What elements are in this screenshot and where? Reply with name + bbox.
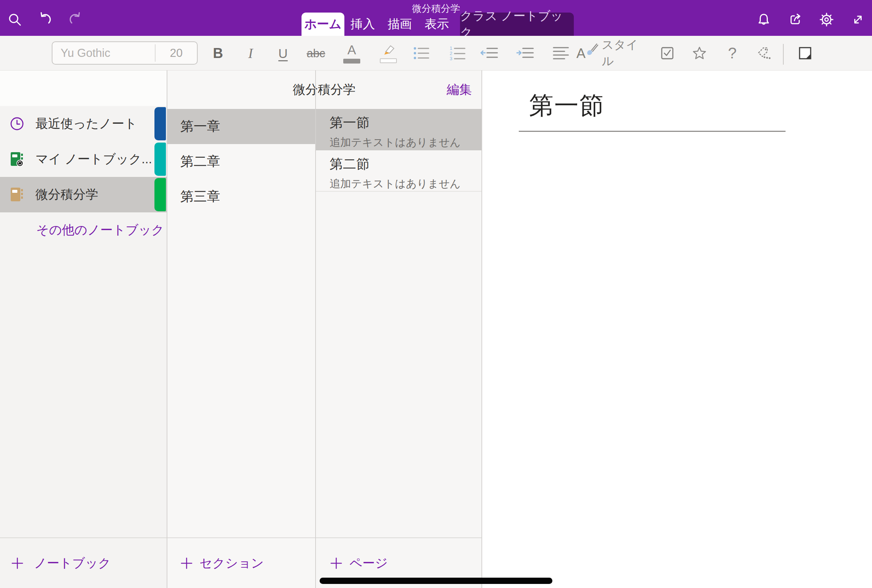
brush-icon	[585, 43, 598, 57]
page-title-underline	[519, 131, 785, 132]
styles-icon: A	[576, 44, 597, 63]
ribbon-tabs: ホーム 挿入 描画 表示 クラス ノートブック	[302, 12, 574, 36]
toolbar-divider	[783, 44, 784, 64]
home-indicator-bar[interactable]	[320, 578, 552, 584]
font-size-value[interactable]: 20	[156, 42, 197, 64]
svg-text:3: 3	[450, 56, 452, 61]
share-icon[interactable]	[787, 12, 803, 28]
more-tags-button[interactable]	[753, 38, 776, 68]
alignment-icon	[553, 46, 569, 60]
strikethrough-button[interactable]: abc	[304, 38, 328, 68]
expand-fullscreen-icon[interactable]	[850, 12, 866, 28]
bullet-list-icon	[413, 46, 430, 60]
notebook-color-tab-green	[155, 178, 166, 211]
svg-text:2: 2	[450, 51, 452, 56]
styles-button[interactable]: A スタイル	[576, 38, 649, 68]
edit-button[interactable]: 編集	[447, 81, 472, 98]
clock-icon	[9, 116, 25, 132]
settings-gear-icon[interactable]	[818, 12, 834, 28]
plus-icon	[330, 557, 342, 570]
sidebar-item-calculus[interactable]: 微分積分学	[0, 177, 167, 212]
undo-icon[interactable]	[37, 12, 53, 28]
add-section-button[interactable]: セクション	[167, 537, 315, 588]
page-corner-icon	[797, 45, 813, 61]
indent-icon	[516, 46, 535, 60]
section-item-chapter2[interactable]: 第二章	[167, 144, 315, 179]
format-pane-button[interactable]	[793, 38, 817, 68]
page-title[interactable]: 第一節	[529, 89, 605, 122]
notebook-icon	[9, 186, 25, 203]
sections-column: 第一章 第二章 第三章 セクション	[167, 70, 315, 588]
tab-draw[interactable]: 描画	[381, 12, 418, 36]
page-item-section2[interactable]: 第二節 追加テキストはありません	[315, 150, 482, 192]
search-icon[interactable]	[7, 12, 23, 28]
page-canvas[interactable]: 第一節	[482, 70, 872, 588]
notebook-color-tab-teal	[155, 142, 166, 176]
sidebar-item-more-notebooks[interactable]: その他のノートブック	[0, 212, 167, 248]
plus-icon	[180, 557, 193, 570]
section-item-chapter3[interactable]: 第三章	[167, 179, 315, 214]
font-picker[interactable]: Yu Gothic 20	[52, 41, 198, 64]
font-color-button[interactable]: A	[340, 38, 363, 68]
tab-view[interactable]: 表示	[418, 12, 455, 36]
outdent-button[interactable]	[478, 38, 501, 68]
notebook-color-tab-blue	[155, 107, 166, 140]
numbered-list-icon: 1 2 3	[449, 46, 466, 61]
sidebar-header-area	[0, 70, 167, 106]
star-icon	[691, 45, 708, 61]
notebook-name-heading: 微分積分学	[167, 81, 482, 98]
add-notebook-button[interactable]: ノートブック	[0, 537, 167, 588]
highlighter-button[interactable]	[377, 38, 400, 68]
topbar-left-actions	[7, 12, 84, 28]
bold-button[interactable]: B	[206, 38, 230, 68]
redo-icon[interactable]	[67, 12, 84, 28]
tab-insert[interactable]: 挿入	[344, 12, 381, 36]
bullet-list-button[interactable]	[410, 38, 434, 68]
tab-home[interactable]: ホーム	[302, 12, 344, 36]
notebook-sync-icon	[9, 151, 25, 167]
plus-icon	[11, 557, 24, 570]
section-item-chapter1[interactable]: 第一章	[167, 109, 315, 144]
todo-tag-button[interactable]	[656, 38, 679, 68]
underline-button[interactable]: U	[271, 38, 295, 68]
checkbox-icon	[659, 45, 675, 61]
pages-column: 第一節 追加テキストはありません 第二節 追加テキストはありません ページ	[315, 70, 482, 588]
highlight-color-swatch	[380, 58, 397, 63]
question-tag-button[interactable]: ?	[720, 38, 744, 68]
notifications-bell-icon[interactable]	[756, 12, 772, 28]
sections-pages-divider	[315, 70, 316, 588]
tag-icon	[756, 45, 773, 61]
notebook-sidebar: 最近使ったノート マイ ノートブック... 微分積分学 その他のノートブック ノ…	[0, 70, 167, 588]
notebook-list-header: 微分積分学 編集	[167, 70, 482, 109]
svg-text:1: 1	[450, 46, 452, 51]
formatting-toolbar: Yu Gothic 20 B I U abc A 1 2	[0, 36, 872, 70]
italic-button[interactable]: I	[239, 38, 262, 68]
alignment-button[interactable]	[549, 38, 573, 68]
page-item-section1[interactable]: 第一節 追加テキストはありません	[315, 109, 482, 150]
sidebar-item-recent-notes[interactable]: 最近使ったノート	[0, 106, 167, 141]
topbar-right-actions	[756, 12, 866, 28]
important-tag-button[interactable]	[687, 38, 711, 68]
outdent-icon	[480, 46, 499, 60]
pages-canvas-divider	[482, 70, 482, 588]
tab-class-notebook[interactable]: クラス ノートブック	[460, 12, 574, 36]
sidebar-sections-divider	[167, 70, 167, 588]
font-name-value[interactable]: Yu Gothic	[53, 42, 155, 64]
indent-button[interactable]	[513, 38, 537, 68]
top-app-bar: 微分積分学 ホーム 挿入 描画 表示 クラス ノートブック	[0, 0, 872, 36]
font-color-swatch	[343, 59, 360, 63]
sidebar-item-my-notebook[interactable]: マイ ノートブック...	[0, 141, 167, 177]
highlighter-icon	[380, 43, 397, 56]
numbered-list-button[interactable]: 1 2 3	[446, 38, 470, 68]
